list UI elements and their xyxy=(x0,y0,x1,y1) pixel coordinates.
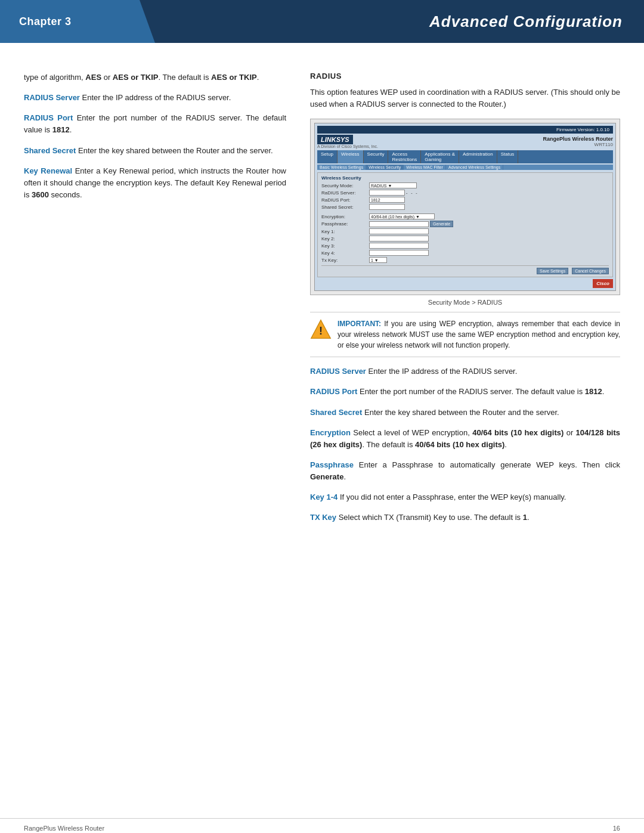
right-item-shared-secret: Shared Secret Enter the key shared betwe… xyxy=(310,407,620,419)
ss-brand-subtitle: A Division of Cisco Systems, Inc. xyxy=(317,144,378,148)
intro-para: type of algorithm, AES or AES or TKIP. T… xyxy=(24,72,286,83)
screenshot-box: Firmware Version: 1.0.10 LINKSYS A Divis… xyxy=(310,119,620,295)
ss-product-name: RangePlus Wireless Router xyxy=(543,136,613,142)
title-text: Advanced Configuration xyxy=(429,13,623,31)
ss-field-key4: Key 4: xyxy=(321,250,609,256)
term-key-renewal: Key Renewal xyxy=(24,166,72,175)
ss-save-btn: Save Settings xyxy=(537,268,568,274)
right-item-txkey: TX Key Select which TX (Transmit) Key to… xyxy=(310,512,620,524)
ss-field-key2: Key 2: xyxy=(321,236,609,241)
ss-subtab-security: Wireless Security xyxy=(366,165,404,170)
right-item-key14: Key 1-4 If you did not enter a Passphras… xyxy=(310,491,620,503)
ss-product-info: RangePlus Wireless Router WRT110 xyxy=(543,136,613,147)
ss-logo-area: LINKSYS A Division of Cisco Systems, Inc… xyxy=(317,135,378,148)
notice-box: ! IMPORTANT: If you are using WEP encryp… xyxy=(310,312,620,357)
ss-tab-access: AccessRestrictions xyxy=(388,150,421,163)
chapter-label: Chapter 3 xyxy=(0,0,155,43)
term-right-shared-secret: Shared Secret xyxy=(310,408,362,417)
ss-content-area: Wireless Security Security Mode: RADIUS … xyxy=(317,172,613,277)
left-item-radius-server: RADIUS Server Enter the IP address of th… xyxy=(24,92,286,104)
ss-field-passphrase: Passphrase: Generate xyxy=(321,221,609,227)
page-footer: RangePlus Wireless Router 16 xyxy=(0,818,644,833)
ss-tab-status: Status xyxy=(497,150,519,163)
ss-footer-buttons: Save Settings Cancel Changes xyxy=(321,265,609,274)
ss-cisco-logo: Cisco xyxy=(593,279,613,288)
term-right-passphrase: Passphrase xyxy=(310,460,354,469)
ss-field-security-mode: Security Mode: RADIUS ▼ xyxy=(321,182,609,188)
svg-text:!: ! xyxy=(319,325,323,337)
ss-subtab-basic: Basic Wireless Settings xyxy=(317,165,366,170)
right-column: RADIUS This option features WEP used in … xyxy=(310,72,620,794)
term-radius-server: RADIUS Server xyxy=(24,93,80,102)
right-item-radius-server: RADIUS Server Enter the IP address of th… xyxy=(310,366,620,377)
ss-generate-btn: Generate xyxy=(430,221,453,227)
left-item-key-renewal: Key Renewal Enter a Key Renewal period, … xyxy=(24,165,286,201)
ss-cancel-btn: Cancel Changes xyxy=(572,268,609,274)
ss-field-encryption: Encryption: 40/64-bit (10 hex digits) ▼ xyxy=(321,213,609,219)
ss-cisco-logo-area: Cisco xyxy=(317,279,613,288)
ss-field-txkey: Tx Key: 1 ▼ xyxy=(321,257,609,263)
ss-tab-wireless: Wireless xyxy=(338,150,364,163)
screenshot-inner: Firmware Version: 1.0.10 LINKSYS A Divis… xyxy=(314,123,616,291)
ss-model: WRT110 xyxy=(543,142,613,147)
ss-section-title: Wireless Security xyxy=(321,175,609,181)
radius-section-heading: RADIUS xyxy=(310,72,620,80)
term-radius-port: RADIUS Port xyxy=(24,113,73,122)
page-header: Chapter 3 Advanced Configuration xyxy=(0,0,644,43)
ss-field-radius-port: RaDIUS Port: 1812 xyxy=(321,197,609,203)
right-item-passphrase: Passphrase Enter a Passphrase to automat… xyxy=(310,459,620,483)
ss-nav-tabs: Setup Wireless Security AccessRestrictio… xyxy=(317,150,613,163)
chapter-text: Chapter 3 xyxy=(19,16,72,28)
ss-tab-admin: Administration xyxy=(459,150,497,163)
right-item-radius-port: RADIUS Port Enter the port number of the… xyxy=(310,386,620,398)
ss-tab-security: Security xyxy=(364,150,389,163)
left-item-radius-port: RADIUS Port Enter the port number of the… xyxy=(24,112,286,136)
ss-field-key1: Key 1: xyxy=(321,228,609,234)
ss-subtab-mac: Wireless MAC Filter xyxy=(404,165,446,170)
footer-left: RangePlus Wireless Router xyxy=(24,825,104,832)
notice-label: IMPORTANT: xyxy=(338,320,381,328)
notice-text: IMPORTANT: If you are using WEP encrypti… xyxy=(338,318,620,351)
term-shared-secret: Shared Secret xyxy=(24,146,76,155)
term-right-radius-port: RADIUS Port xyxy=(310,387,357,396)
ss-field-key3: Key 3: xyxy=(321,243,609,249)
term-right-key14: Key 1-4 xyxy=(310,493,338,501)
term-right-radius-server: RADIUS Server xyxy=(310,367,366,376)
term-right-txkey: TX Key xyxy=(310,513,336,522)
left-column: type of algorithm, AES or AES or TKIP. T… xyxy=(24,72,286,794)
ss-field-radius-server: RaDIUS Server: - - - xyxy=(321,190,609,196)
radius-intro: This option features WEP used in coordin… xyxy=(310,86,620,110)
ss-subtabs: Basic Wireless Settings Wireless Securit… xyxy=(317,165,613,170)
left-item-shared-secret: Shared Secret Enter the key shared betwe… xyxy=(24,145,286,157)
ss-tab-setup: Setup xyxy=(317,150,338,163)
page-body: type of algorithm, AES or AES or TKIP. T… xyxy=(0,43,644,818)
ss-field-shared-secret: Shared Secret: xyxy=(321,204,609,210)
right-item-encryption: Encryption Select a level of WEP encrypt… xyxy=(310,427,620,451)
ss-brand: LINKSYS xyxy=(317,135,353,144)
term-right-encryption: Encryption xyxy=(310,428,351,437)
warning-icon: ! xyxy=(310,318,332,340)
screenshot-caption: Security Mode > RADIUS xyxy=(310,299,620,306)
ss-topbar: Firmware Version: 1.0.10 xyxy=(317,126,613,134)
page-title: Advanced Configuration xyxy=(155,0,644,43)
ss-subtab-advanced: Advanced Wireless Settings xyxy=(446,165,503,170)
ss-tab-apps: Applications &Gaming xyxy=(421,150,459,163)
footer-right: 16 xyxy=(613,825,620,832)
